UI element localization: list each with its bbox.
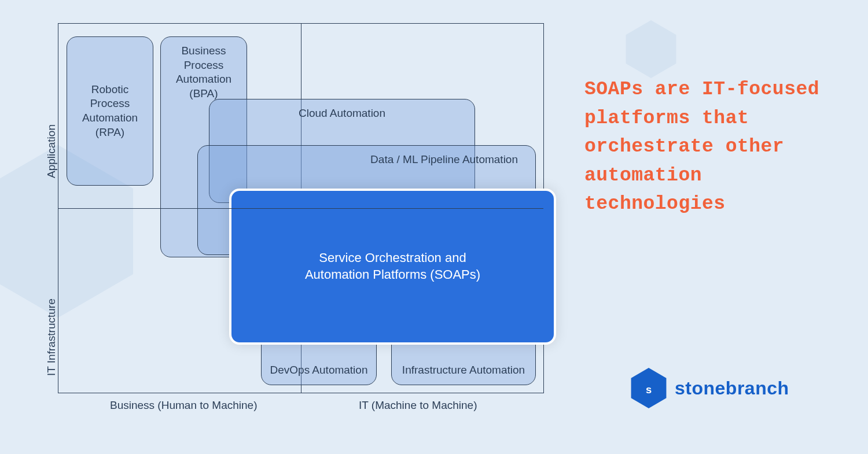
box-devops-automation-label: DevOps Automation bbox=[270, 363, 368, 378]
brand-logo: s stonebranch bbox=[631, 370, 789, 406]
svg-marker-1 bbox=[626, 20, 676, 78]
box-rpa-label: Robotic Process Automation (RPA) bbox=[73, 83, 147, 140]
bg-hexagon-small bbox=[625, 20, 677, 78]
brand-hexagon-icon: s bbox=[631, 370, 667, 406]
y-axis-label-application: Application bbox=[45, 124, 58, 178]
box-data-ml-pipeline-label: Data / ML Pipeline Automation bbox=[370, 153, 518, 167]
y-axis-label-it-infrastructure: IT Infrastructure bbox=[45, 298, 58, 376]
box-infrastructure-automation-label: Infrastructure Automation bbox=[402, 363, 525, 378]
headline-text: SOAPs are IT-focused platforms that orch… bbox=[584, 75, 833, 219]
box-rpa: Robotic Process Automation (RPA) bbox=[67, 36, 153, 186]
x-axis-label-business: Business (Human to Machine) bbox=[110, 399, 258, 412]
box-soap: Service Orchestration and Automation Pla… bbox=[229, 189, 556, 345]
quadrant-frame: Robotic Process Automation (RPA) Busines… bbox=[58, 23, 544, 393]
x-axis-label-it: IT (Machine to Machine) bbox=[359, 399, 477, 412]
brand-name: stonebranch bbox=[675, 378, 789, 399]
box-soap-label: Service Orchestration and Automation Pla… bbox=[286, 250, 500, 283]
box-bpa-label: Business Process Automation (BPA) bbox=[167, 44, 241, 101]
diagram-stage: Application IT Infrastructure Business (… bbox=[35, 23, 544, 422]
box-cloud-automation-label: Cloud Automation bbox=[299, 106, 385, 121]
brand-letter: s bbox=[646, 383, 652, 396]
